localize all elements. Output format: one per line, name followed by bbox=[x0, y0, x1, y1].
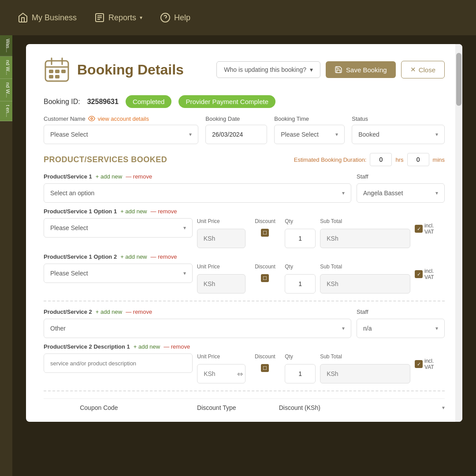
scroll-thumb[interactable] bbox=[456, 53, 461, 106]
option2-vat-label: incl. VAT bbox=[424, 268, 445, 280]
side-panel-1[interactable]: Was... bbox=[0, 35, 12, 56]
product1-add-new[interactable]: + add new bbox=[96, 173, 122, 180]
booking-time-chevron-icon: ▾ bbox=[335, 131, 338, 138]
option2-select[interactable]: Please Select ▾ bbox=[44, 264, 193, 283]
side-panel-2[interactable]: nd W... bbox=[0, 56, 12, 79]
desc1-input[interactable] bbox=[44, 353, 193, 373]
status-select[interactable]: Booked ▾ bbox=[352, 125, 445, 144]
mins-input[interactable] bbox=[407, 153, 429, 166]
staff2-select[interactable]: n/a ▾ bbox=[357, 319, 445, 338]
desc1-incl-vat-group: ✓ incl. VAT bbox=[415, 353, 445, 370]
customer-name-select[interactable]: Please Select ▾ bbox=[44, 125, 198, 144]
product1-label: Product/Service 1 bbox=[44, 173, 92, 180]
option2-qty-input[interactable] bbox=[285, 274, 316, 294]
option2-discount-checkbox[interactable]: ☐ bbox=[261, 274, 269, 282]
booking-time-label: Booking Time bbox=[274, 115, 345, 122]
divider-1 bbox=[44, 301, 445, 301]
product1-placeholder: Select an option bbox=[50, 190, 94, 197]
close-label: Close bbox=[419, 66, 435, 74]
option2-select-group: Please Select ▾ bbox=[44, 264, 193, 283]
customer-name-group: Customer Name view account details Pleas… bbox=[44, 115, 198, 144]
option1-subtotal-input bbox=[320, 229, 410, 248]
option2-unit-price-input[interactable] bbox=[197, 274, 245, 294]
who-updating-button[interactable]: Who is updating this booking? ▾ bbox=[216, 61, 320, 78]
modal-overlay: Booking Details Who is updating this boo… bbox=[12, 35, 476, 476]
bottom-coupon-row: Coupon Code Discount Type Discount (KSh)… bbox=[44, 398, 445, 413]
desc1-add-new[interactable]: + add new bbox=[134, 343, 160, 350]
option1-vat-checkbox[interactable]: ✓ bbox=[415, 225, 423, 233]
desc1-qty-label: Qty bbox=[285, 353, 316, 360]
coupon-code-col: Coupon Code bbox=[44, 404, 154, 411]
unit-price-expand-icon[interactable]: ⇔ bbox=[237, 370, 243, 378]
option2-add-new[interactable]: + add new bbox=[120, 253, 147, 260]
nav-my-business[interactable]: My Business bbox=[18, 12, 77, 23]
product2-select[interactable]: Other ▾ bbox=[44, 319, 351, 338]
hrs-input[interactable] bbox=[370, 153, 392, 166]
option2-subtotal-input bbox=[320, 274, 410, 294]
booking-time-placeholder: Please Select bbox=[281, 131, 319, 138]
desc1-vat-label: incl. VAT bbox=[424, 358, 445, 370]
option1-discount-checkbox[interactable]: ☐ bbox=[261, 229, 269, 237]
desc1-fields-row: Unit Price ⇔ Discount ☐ Qty bbox=[44, 353, 445, 383]
option1-subtotal-label: Sub Total bbox=[320, 218, 410, 224]
desc1-qty-input[interactable] bbox=[285, 364, 316, 383]
product2-label: Product/Service 2 bbox=[44, 309, 92, 315]
product2-remove[interactable]: — remove bbox=[126, 309, 152, 315]
option2-remove[interactable]: — remove bbox=[151, 253, 177, 260]
option1-select[interactable]: Please Select ▾ bbox=[44, 218, 193, 238]
scrollbar[interactable] bbox=[455, 44, 462, 422]
option2-placeholder: Please Select bbox=[50, 270, 88, 277]
booking-date-label: Booking Date bbox=[205, 115, 267, 122]
nav-help[interactable]: Help bbox=[160, 12, 190, 23]
staff1-group: Staff bbox=[357, 173, 445, 180]
product1-remove[interactable]: — remove bbox=[126, 173, 152, 180]
desc1-discount-checkbox[interactable]: ☐ bbox=[261, 364, 269, 372]
product1-option1-row: Product/Service 1 Option 1 + add new — r… bbox=[44, 208, 445, 248]
product1-option2-label-row: Product/Service 1 Option 2 + add new — r… bbox=[44, 253, 445, 260]
product2-desc1-label-row: Product/Service 2 Description 1 + add ne… bbox=[44, 343, 445, 350]
option2-unit-price-group: Unit Price bbox=[197, 264, 245, 294]
side-panel-4[interactable]: t en... bbox=[0, 101, 12, 121]
discount-ksh-chevron-icon[interactable]: ▾ bbox=[442, 405, 445, 411]
discount-type-label: Discount Type bbox=[197, 404, 236, 411]
option2-vat-checkbox[interactable]: ✓ bbox=[415, 270, 423, 278]
view-account-link[interactable]: view account details bbox=[98, 115, 149, 122]
option2-discount-group: Discount ☐ bbox=[250, 264, 281, 282]
side-panel-3[interactable]: nd W... bbox=[0, 79, 12, 101]
close-x-icon: ✕ bbox=[410, 66, 416, 74]
option2-fields-row: Please Select ▾ Unit Price Discount ☐ bbox=[44, 264, 445, 294]
status-label: Status bbox=[352, 115, 445, 122]
booking-id-label: Booking ID: bbox=[44, 98, 80, 106]
staff1-label: Staff bbox=[357, 173, 445, 180]
booking-id-row: Booking ID: 32589631 Completed Provider … bbox=[26, 92, 462, 115]
reports-dropdown-icon: ▾ bbox=[140, 15, 142, 21]
estimated-duration-group: Estimated Booking Duration: hrs mins bbox=[294, 153, 445, 166]
option1-add-new[interactable]: + add new bbox=[120, 208, 147, 215]
booking-time-select[interactable]: Please Select ▾ bbox=[274, 125, 345, 144]
modal-title-area: Booking Details bbox=[44, 56, 184, 83]
option2-qty-label: Qty bbox=[285, 264, 316, 270]
option1-qty-input[interactable] bbox=[285, 229, 316, 248]
close-button[interactable]: ✕ Close bbox=[401, 61, 445, 78]
option1-remove[interactable]: — remove bbox=[151, 208, 177, 215]
product1-chevron-icon: ▾ bbox=[342, 190, 345, 196]
option1-unit-price-input[interactable] bbox=[197, 229, 245, 248]
who-updating-chevron: ▾ bbox=[310, 66, 313, 73]
booking-date-input[interactable] bbox=[205, 125, 267, 144]
product1-select[interactable]: Select an option ▾ bbox=[44, 183, 351, 203]
option2-subtotal-label: Sub Total bbox=[320, 264, 410, 270]
product2-desc1-row: Product/Service 2 Description 1 + add ne… bbox=[44, 343, 445, 383]
staff1-select[interactable]: Angela Basset ▾ bbox=[357, 183, 445, 203]
desc1-remove[interactable]: — remove bbox=[164, 343, 190, 350]
nav-reports[interactable]: Reports ▾ bbox=[94, 12, 142, 23]
help-icon bbox=[160, 12, 171, 23]
desc1-vat-checkbox[interactable]: ✓ bbox=[415, 360, 423, 368]
side-panels: Was... nd W... nd W... t en... bbox=[0, 35, 12, 476]
product2-label-row: Product/Service 2 + add new — remove Sta… bbox=[44, 309, 445, 315]
save-booking-button[interactable]: Save Booking bbox=[326, 61, 396, 78]
payment-badge: Provider Payment Complete bbox=[178, 95, 275, 108]
option2-qty-group: Qty bbox=[285, 264, 316, 294]
product2-chevron-icon: ▾ bbox=[342, 325, 345, 331]
customer-chevron-icon: ▾ bbox=[189, 131, 192, 138]
product2-add-new[interactable]: + add new bbox=[96, 309, 122, 315]
